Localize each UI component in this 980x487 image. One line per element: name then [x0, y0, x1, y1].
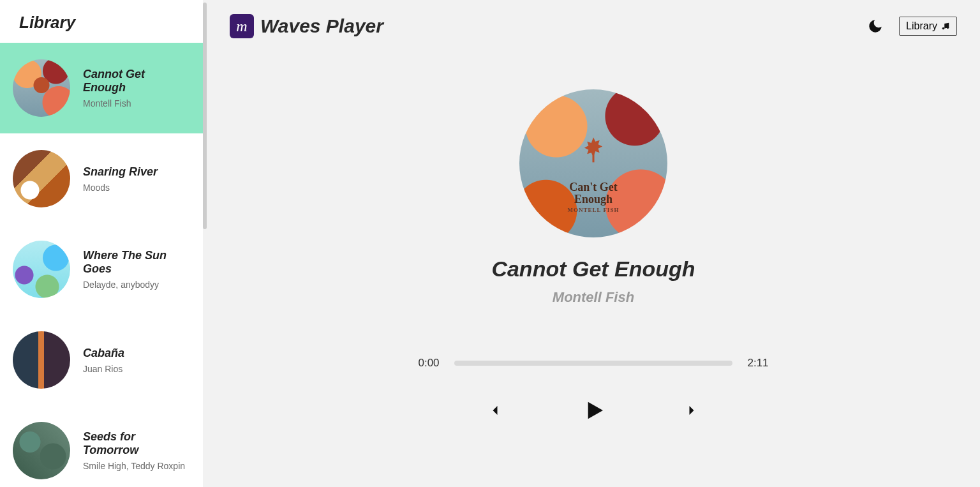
player-controls: [486, 398, 701, 423]
library-button-label: Library: [906, 20, 937, 32]
elapsed-time: 0:00: [415, 357, 443, 370]
svg-point-1: [947, 27, 949, 29]
song-item[interactable]: Where The Sun Goes Delayde, anybodyy: [0, 224, 203, 315]
chevron-left-icon: [486, 401, 504, 419]
svg-rect-2: [592, 154, 594, 163]
song-title: Snaring River: [83, 165, 158, 179]
topbar: m Waves Player Library: [207, 0, 980, 38]
song-artist: Delayde, anybodyy: [83, 280, 190, 290]
song-item[interactable]: Cabaña Juan Rios: [0, 315, 203, 405]
dark-mode-toggle[interactable]: [866, 17, 885, 36]
song-artist: Moods: [83, 183, 158, 193]
player: Can't Get Enough MONTELL FISH Cannot Get…: [207, 38, 980, 487]
progress-row: 0:00 2:11: [415, 357, 772, 370]
song-item[interactable]: Cannot Get Enough Montell Fish: [0, 43, 203, 133]
sidebar-title: Library: [0, 0, 203, 43]
main-panel: m Waves Player Library: [207, 0, 980, 487]
song-item[interactable]: Seeds for Tomorrow Smile High, Teddy Rox…: [0, 405, 203, 487]
music-note-icon: [941, 22, 950, 31]
album-art-thumb: [13, 241, 70, 298]
album-art-thumb: [13, 150, 70, 207]
maple-leaf-icon: [577, 135, 610, 168]
song-title: Where The Sun Goes: [83, 249, 190, 276]
play-button[interactable]: [581, 398, 606, 423]
next-button[interactable]: [683, 401, 701, 419]
album-art-thumb: [13, 331, 70, 389]
song-artist: Juan Rios: [83, 364, 124, 374]
now-playing-title: Cannot Get Enough: [491, 257, 695, 281]
song-title: Cabaña: [83, 347, 124, 360]
app-logo: m: [230, 14, 254, 38]
progress-slider[interactable]: [454, 361, 732, 366]
duration-time: 2:11: [744, 357, 772, 370]
song-title: Cannot Get Enough: [83, 68, 190, 94]
now-playing-art: Can't Get Enough MONTELL FISH: [519, 89, 667, 237]
previous-button[interactable]: [486, 401, 504, 419]
app-title: Waves Player: [260, 15, 383, 37]
chevron-right-icon: [683, 401, 701, 419]
album-art-thumb: [13, 422, 70, 479]
library-button[interactable]: Library: [899, 17, 957, 36]
play-icon: [581, 398, 606, 423]
song-artist: Montell Fish: [83, 98, 190, 109]
song-title: Seeds for Tomorrow: [83, 430, 190, 457]
song-item[interactable]: Snaring River Moods: [0, 133, 203, 224]
svg-point-0: [942, 27, 945, 30]
now-playing-artist: Montell Fish: [553, 289, 634, 306]
song-artist: Smile High, Teddy Roxpin: [83, 461, 190, 471]
library-sidebar[interactable]: Library Cannot Get Enough Montell Fish S…: [0, 0, 203, 487]
album-art-thumb: [13, 59, 70, 117]
moon-icon: [867, 18, 884, 34]
cover-text: Can't Get Enough MONTELL FISH: [568, 181, 620, 213]
